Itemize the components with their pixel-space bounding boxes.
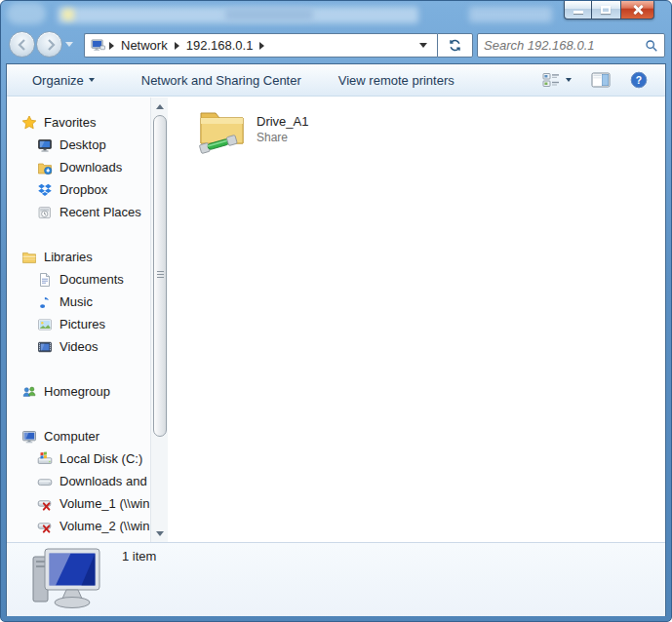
sidebar-section-label: Favorites — [44, 115, 96, 130]
ghost-blur — [469, 7, 552, 22]
computer-icon — [28, 547, 110, 613]
explorer-window: Network 192.168.0.1 Organize — [0, 0, 672, 622]
breadcrumb-bar[interactable]: Network 192.168.0.1 — [84, 33, 437, 58]
address-dropdown-icon[interactable] — [419, 43, 427, 48]
preview-pane-button[interactable] — [587, 68, 614, 92]
sidebar-item-documents[interactable]: Documents — [7, 268, 150, 291]
sidebar-section-libraries[interactable]: Libraries — [7, 246, 150, 268]
ghost-blur — [62, 9, 74, 20]
help-button[interactable]: ? — [626, 68, 652, 92]
navigation-scrollbar[interactable] — [150, 97, 168, 542]
file-detail: Share — [257, 131, 308, 144]
video-icon — [37, 339, 53, 355]
sidebar-item-label: Downloads and N — [59, 474, 150, 488]
search-input[interactable] — [484, 38, 645, 53]
chevron-down-icon — [89, 78, 95, 82]
change-view-button[interactable] — [538, 68, 575, 92]
details-pane: 1 item — [7, 542, 665, 616]
close-icon — [633, 5, 644, 15]
refresh-icon — [448, 38, 462, 53]
sidebar-item-label: Music — [59, 294, 93, 309]
close-button[interactable] — [620, 1, 654, 19]
search-icon — [645, 39, 658, 53]
recent-pages-dropdown[interactable] — [65, 42, 73, 47]
scroll-down-button[interactable] — [152, 525, 168, 541]
view-remote-printers-label: View remote printers — [338, 73, 455, 88]
minimize-icon — [573, 11, 583, 14]
view-remote-printers-button[interactable]: View remote printers — [329, 68, 464, 92]
scrollbar-thumb[interactable] — [153, 115, 167, 437]
sidebar-item-label: Recent Places — [59, 205, 141, 219]
sidebar-item-downloads-and-n[interactable]: Downloads and N — [7, 470, 150, 492]
crumb-separator-icon — [109, 42, 114, 50]
network-sharing-center-label: Network and Sharing Center — [141, 73, 301, 88]
scrollbar-grip-icon — [157, 271, 164, 280]
search-box[interactable] — [477, 33, 665, 58]
sidebar-item-label: Pictures — [59, 317, 105, 331]
maximize-button[interactable] — [592, 1, 620, 19]
navigation-pane: FavoritesDesktopDownloadsDropboxRecent P… — [7, 97, 150, 542]
sidebar-item-music[interactable]: Music — [7, 291, 150, 313]
organize-button[interactable]: Organize — [22, 68, 104, 92]
sidebar-item-dropbox[interactable]: Dropbox — [7, 178, 150, 201]
desktop-icon — [37, 137, 53, 153]
drive-x-icon — [37, 519, 53, 534]
sidebar-item-label: Downloads — [59, 160, 122, 175]
back-icon — [17, 39, 28, 51]
svg-text:?: ? — [636, 75, 642, 86]
breadcrumb-host[interactable]: 192.168.0.1 — [182, 38, 257, 53]
sidebar-item-videos[interactable]: Videos — [7, 335, 150, 358]
address-row: Network 192.168.0.1 — [1, 28, 671, 63]
sidebar-item-label: Dropbox — [59, 182, 107, 197]
back-button[interactable] — [9, 31, 35, 58]
sidebar-item-downloads[interactable]: Downloads — [7, 156, 150, 178]
item-count: 1 item — [122, 549, 156, 564]
forward-icon — [45, 39, 57, 51]
maximize-icon — [601, 6, 611, 14]
sidebar-section-computer[interactable]: Computer — [7, 425, 150, 447]
file-tile-drive_a1[interactable]: Drive_A1Share — [194, 105, 409, 156]
scroll-up-button[interactable] — [152, 98, 168, 114]
sidebar-section-label: Libraries — [44, 250, 93, 264]
downloads-icon — [37, 160, 53, 175]
drive-icon — [37, 474, 53, 489]
sidebar-item-label: Desktop — [59, 137, 106, 152]
sidebar-item-pictures[interactable]: Pictures — [7, 313, 150, 335]
sidebar-section-label: Computer — [44, 429, 99, 444]
document-icon — [37, 272, 53, 288]
scroll-up-icon — [156, 104, 164, 109]
command-toolbar: Organize Network and Sharing Center View… — [7, 64, 665, 97]
scroll-down-icon — [156, 531, 164, 536]
sidebar-item-volume-2-win[interactable]: Volume_2 (\\win — [7, 515, 150, 537]
sidebar-section-homegroup[interactable]: Homegroup — [7, 380, 150, 403]
sidebar-item-recent-places[interactable]: Recent Places — [7, 201, 150, 223]
drive-x-icon — [37, 496, 53, 512]
sidebar-item-desktop[interactable]: Desktop — [7, 134, 150, 156]
sidebar-section-label: Homegroup — [44, 384, 110, 399]
client-area: Organize Network and Sharing Center View… — [6, 63, 666, 616]
sidebar-item-local-disk-c[interactable]: Local Disk (C:) — [7, 447, 150, 470]
network-location-icon — [90, 38, 106, 53]
sidebar-section-favorites[interactable]: Favorites — [7, 111, 150, 134]
breadcrumb-network[interactable]: Network — [117, 38, 172, 53]
preview-pane-icon — [591, 72, 611, 88]
titlebar[interactable] — [1, 1, 671, 28]
forward-button[interactable] — [36, 31, 62, 58]
network-sharing-center-button[interactable]: Network and Sharing Center — [132, 68, 311, 92]
computer-icon — [21, 429, 37, 445]
organize-label: Organize — [32, 73, 84, 88]
sidebar-item-label: Volume_1 (\\win — [59, 496, 150, 511]
refresh-button[interactable] — [437, 33, 473, 58]
help-icon: ? — [630, 71, 648, 89]
homegroup-icon — [21, 384, 37, 400]
sidebar-item-volume-1-win[interactable]: Volume_1 (\\win — [7, 492, 150, 515]
sidebar-item-label: Local Disk (C:) — [59, 451, 142, 466]
crumb-separator-icon — [175, 42, 179, 50]
caption-buttons — [564, 1, 654, 19]
ghost-blur — [225, 9, 313, 20]
recent-icon — [37, 205, 53, 220]
music-icon — [37, 294, 53, 310]
ghost-blur — [7, 3, 46, 24]
minimize-button[interactable] — [564, 1, 592, 19]
views-icon — [542, 72, 561, 89]
